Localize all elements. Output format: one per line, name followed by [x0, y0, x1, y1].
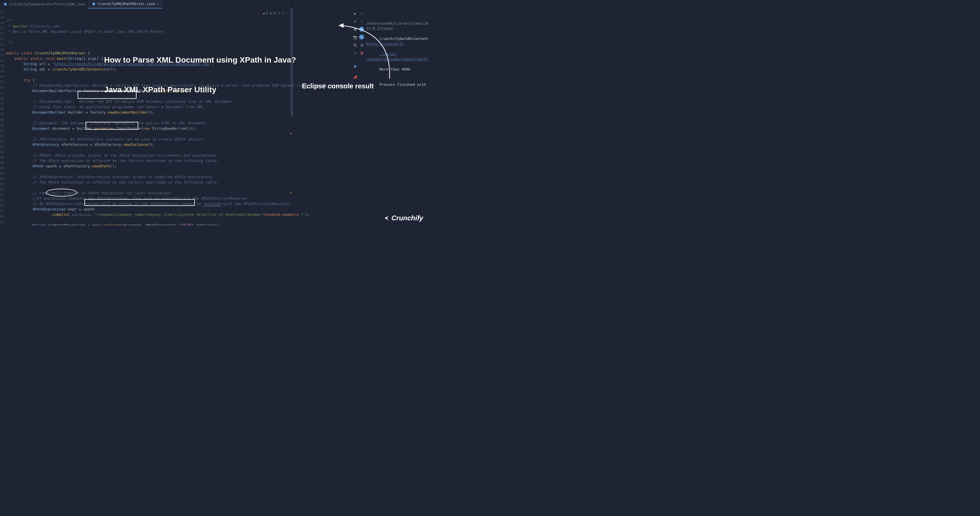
annotation-label: Eclipse console result	[302, 82, 374, 90]
svg-text:J: J	[5, 3, 6, 6]
run-toolbar-left: ▶ ⚙ ⏹ 📷 🔌 ⎋ ▦ 📌	[352, 8, 358, 225]
layout-icon[interactable]: ▦	[353, 64, 358, 68]
warning-badge[interactable]: 1	[263, 11, 268, 15]
snapshot-icon[interactable]: 📷	[353, 35, 358, 40]
close-icon[interactable]: ×	[157, 2, 159, 6]
run-toolbar-right: ↑ ↓ ⟳ ↧ 🖶 🗑	[359, 8, 365, 225]
error-stripe[interactable]	[289, 8, 292, 225]
tab-inactive[interactable]: J CrunchifyJsonGeneratorPrettyJSON.java	[0, 0, 88, 8]
console-exit: Process finished with exit code 0	[380, 83, 428, 87]
editor-tabs: J CrunchifyJsonGeneratorPrettyJSON.java …	[0, 0, 428, 8]
inspection-badges: 1 ✓1 ∧ ∨ ⋮	[263, 11, 290, 15]
logo-icon	[382, 214, 390, 222]
svg-text:J: J	[93, 3, 95, 5]
settings-icon[interactable]: ⚙	[353, 19, 358, 24]
soft-wrap-icon[interactable]: ⟳	[359, 27, 364, 32]
console-text: crunchifyGetURLContents() is hitting :	[380, 37, 428, 41]
stop-icon[interactable]: ⏹	[353, 27, 358, 32]
up-icon[interactable]: ↑	[359, 11, 364, 16]
exit-icon[interactable]: ⎋	[353, 50, 358, 56]
code-editor[interactable]: /** * @author Crunchify.com * How to Par…	[6, 8, 352, 225]
tab-active[interactable]: J CrunchifyXMLXPathParser.java ×	[88, 0, 162, 8]
console-link[interactable]: .com/wp-content/uploads/code/CrunchifyXM…	[366, 52, 428, 61]
tab-label: CrunchifyJsonGeneratorPrettyJSON.java	[9, 2, 85, 6]
plug-icon[interactable]: 🔌	[353, 43, 358, 48]
typo-badge[interactable]: ✓1	[270, 11, 275, 15]
more-icon[interactable]: ⋮	[422, 2, 426, 7]
console-result: More than 400k	[380, 67, 411, 72]
line-number-gutter: 1819202122232425262728293031323334353637…	[0, 8, 6, 225]
java-file-icon: J	[92, 2, 96, 6]
prev-highlight-icon[interactable]: ∧	[278, 11, 280, 15]
scroll-end-icon[interactable]: ↧	[359, 35, 364, 40]
run-tool-window: ▶ ⚙ ⏹ 📷 🔌 ⎋ ▦ 📌 ↑ ↓ ⟳ ↧ 🖶 🗑 /Users/ashah…	[352, 8, 428, 225]
more-icon[interactable]: ⋮	[286, 2, 290, 7]
next-highlight-icon[interactable]: ∨	[282, 11, 284, 15]
print-icon[interactable]: 🖶	[359, 43, 364, 48]
overlay-title: How to Parse XML Document using XPath in…	[104, 35, 296, 115]
java-file-icon: J	[3, 2, 7, 6]
jvm-path: /Users/ashah/Library/Java/JavaVirtualMac…	[366, 21, 428, 30]
crunchify-logo: Crunchify	[382, 214, 423, 222]
tab-label: CrunchifyXMLXPathParser.java	[97, 2, 155, 6]
console-link[interactable]: https://crunchify	[366, 41, 404, 46]
down-icon[interactable]: ↓	[359, 19, 364, 24]
pin-icon[interactable]: 📌	[353, 75, 358, 80]
console-output[interactable]: /Users/ashah/Library/Java/JavaVirtualMac…	[365, 8, 428, 225]
rerun-icon[interactable]: ▶	[353, 11, 358, 16]
trash-icon[interactable]: 🗑	[359, 50, 364, 56]
